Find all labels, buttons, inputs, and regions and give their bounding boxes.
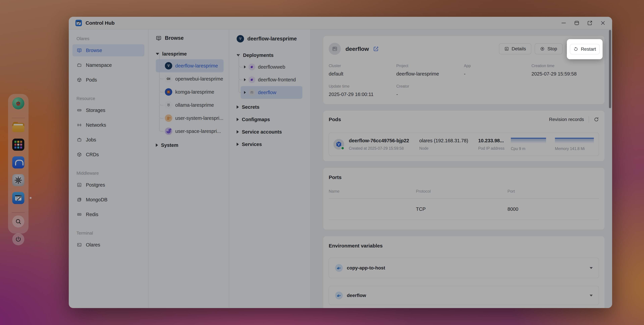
restart-button-highlighted[interactable]: Restart: [570, 44, 600, 54]
dim-overlay: [0, 0, 644, 325]
button-label: Restart: [581, 47, 596, 52]
restart-spotlight: Restart: [567, 39, 602, 59]
restart-icon: [574, 47, 578, 52]
